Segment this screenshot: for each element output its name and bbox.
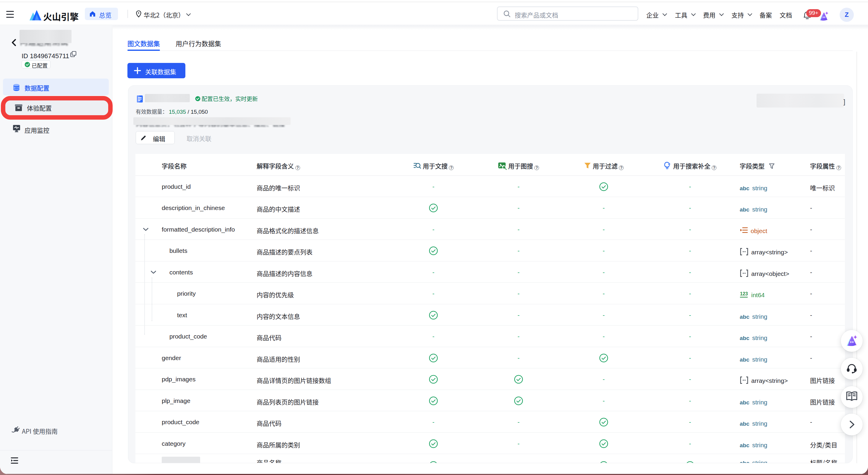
svg-text:123: 123 [740, 291, 748, 296]
